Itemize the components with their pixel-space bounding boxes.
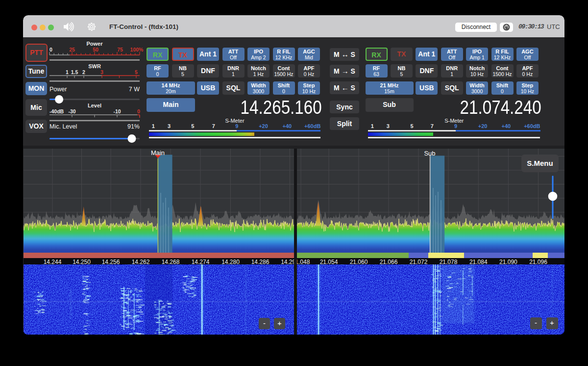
svg-text:-30: -30 (68, 108, 75, 114)
svg-text:75: 75 (117, 47, 123, 52)
svg-text:Mic. Level: Mic. Level (49, 123, 77, 130)
svg-text:7 W: 7 W (129, 86, 140, 93)
svg-text:0: 0 (49, 47, 52, 52)
svg-text:2: 2 (82, 69, 85, 75)
svg-text:50: 50 (93, 47, 98, 52)
svg-text:Power: Power (49, 86, 67, 93)
svg-text:91%: 91% (127, 123, 140, 130)
svg-text:5: 5 (135, 69, 138, 75)
svg-text:0: 0 (137, 108, 140, 114)
svg-text:25: 25 (69, 47, 75, 52)
svg-text:SWR: SWR (88, 63, 101, 69)
svg-text:Level: Level (88, 103, 101, 108)
svg-text:-10: -10 (113, 108, 121, 114)
svg-text:100%: 100% (130, 47, 144, 52)
svg-text:1.5: 1.5 (71, 69, 78, 75)
svg-text:3: 3 (100, 69, 103, 75)
svg-text:1: 1 (66, 69, 69, 75)
svg-text:-40dB: -40dB (49, 108, 64, 114)
